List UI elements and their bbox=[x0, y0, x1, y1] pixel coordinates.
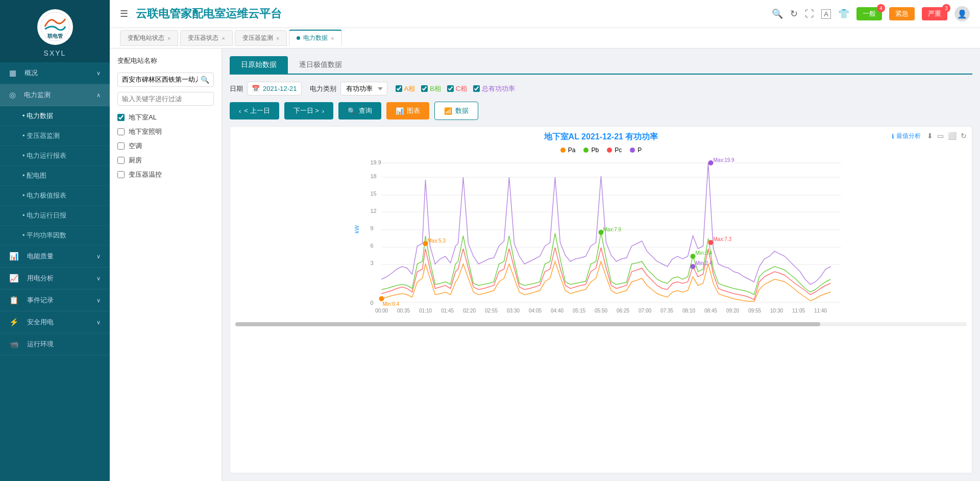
btn-yiban[interactable]: 一般 4 bbox=[856, 7, 882, 20]
btn-severe[interactable]: 严重 3 bbox=[922, 7, 947, 20]
svg-text:Max:19.9: Max:19.9 bbox=[714, 157, 735, 163]
sidebar-item-daily-power[interactable]: 电力运行日报 bbox=[0, 206, 110, 226]
font-icon[interactable]: A bbox=[821, 9, 831, 19]
btn-query[interactable]: 🔍 查询 bbox=[338, 102, 381, 119]
tab-daily-extreme[interactable]: 逐日极值数据 bbox=[288, 56, 353, 74]
sidebar-item-label: 用电分析 bbox=[27, 274, 54, 283]
btn-data[interactable]: 📶 数据 bbox=[434, 102, 478, 120]
checkbox-0[interactable] bbox=[117, 114, 125, 121]
checkbox-4[interactable] bbox=[117, 171, 125, 178]
chart-scrollbar[interactable] bbox=[235, 322, 967, 326]
sidebar-item-event-log[interactable]: 📋 事件记录 ∨ bbox=[0, 290, 110, 311]
chart-legend: Pa Pb Pc P bbox=[235, 147, 967, 154]
user-avatar[interactable]: 👤 bbox=[954, 6, 970, 21]
tab-transformer-status[interactable]: 变压器状态 × bbox=[180, 30, 232, 46]
legend-dot-pb bbox=[583, 148, 589, 153]
tab-power-data[interactable]: 电力数据 × bbox=[289, 30, 341, 46]
check-phase-c[interactable]: C相 bbox=[447, 84, 467, 93]
header-icons: 🔍 ↻ ⛶ A 👕 一般 4 紧急 严重 3 👤 bbox=[772, 6, 970, 21]
sidebar-item-environment[interactable]: 📹 运行环境 bbox=[0, 333, 110, 355]
legend-p: P bbox=[630, 147, 642, 154]
type-group: 电力类别 有功功率 无功功率 视在功率 电流 电压 bbox=[310, 82, 387, 95]
sidebar-item-distribution-diagram[interactable]: 配电图 bbox=[0, 166, 110, 186]
data-tabs: 日原始数据 逐日极值数据 bbox=[230, 56, 972, 75]
svg-text:11:40: 11:40 bbox=[814, 308, 827, 314]
sidebar: 联电管 SXYL ▦ 概况 ∨ ◎ 电力监测 ∧ 电力数据 变压器监测 bbox=[0, 0, 110, 481]
list-item-0[interactable]: 地下室AL bbox=[117, 113, 214, 122]
list-item-3[interactable]: 厨房 bbox=[117, 156, 214, 165]
sidebar-item-power-monitor[interactable]: ◎ 电力监测 ∧ bbox=[0, 84, 110, 106]
tab-close-0[interactable]: × bbox=[167, 35, 170, 41]
sidebar-item-power-quality[interactable]: 📊 电能质量 ∨ bbox=[0, 246, 110, 268]
tab-active-dot bbox=[297, 36, 300, 40]
scrollbar-thumb[interactable] bbox=[235, 322, 820, 326]
checkbox-group: A相 B相 C相 总有功功率 bbox=[396, 84, 516, 93]
tab-close-1[interactable]: × bbox=[222, 35, 225, 41]
search-icon[interactable]: 🔍 bbox=[772, 8, 783, 19]
max-analysis-btn[interactable]: ℹ 最值分析 bbox=[892, 132, 921, 140]
window-icon[interactable]: ▭ bbox=[937, 132, 944, 140]
content-area: 变配电站名称 🔍 地下室AL 地下室照明 空调 bbox=[110, 49, 980, 481]
prev-icon: ‹ bbox=[239, 107, 241, 115]
controls-row: 日期 📅 2021-12-21 电力类别 有功功率 无功功率 视在功率 电流 电… bbox=[230, 82, 972, 95]
sidebar-item-power-report[interactable]: 电力运行报表 bbox=[0, 146, 110, 166]
svg-text:kW: kW bbox=[354, 225, 360, 234]
chart-container: ℹ 最值分析 ⬇ ▭ ⬜ ↻ 地下室AL 2021-12-21 有功功率 Pa bbox=[230, 126, 972, 473]
tab-substation-status[interactable]: 变配电站状态 × bbox=[120, 30, 178, 46]
list-item-2[interactable]: 空调 bbox=[117, 141, 214, 151]
station-search-input[interactable] bbox=[122, 76, 198, 84]
refresh-icon[interactable]: ↻ bbox=[790, 8, 798, 19]
svg-text:18: 18 bbox=[371, 173, 377, 179]
station-item-list: 地下室AL 地下室照明 空调 厨房 变压器温控 bbox=[117, 113, 214, 179]
main-area: ☰ 云联电管家配电室运维云平台 🔍 ↻ ⛶ A 👕 一般 4 紧急 严重 3 👤… bbox=[110, 0, 980, 481]
line-total-power bbox=[382, 163, 831, 284]
btn-next-day[interactable]: 下一日 > › bbox=[284, 102, 334, 119]
calendar-icon: 📅 bbox=[252, 85, 260, 92]
svg-text:3: 3 bbox=[371, 260, 374, 266]
menu-toggle[interactable]: ☰ bbox=[120, 8, 128, 19]
sidebar-item-power-data[interactable]: 电力数据 bbox=[0, 106, 110, 126]
sidebar-item-avg-power-factor[interactable]: 平均功率因数 bbox=[0, 226, 110, 246]
refresh-chart-icon[interactable]: ↻ bbox=[961, 132, 967, 140]
search-icon[interactable]: 🔍 bbox=[201, 76, 209, 84]
date-label: 日期 bbox=[230, 84, 243, 93]
chart-icon: 📊 bbox=[396, 107, 404, 115]
check-phase-b[interactable]: B相 bbox=[421, 84, 441, 93]
check-total-power[interactable]: 总有功功率 bbox=[473, 84, 515, 93]
tab-transformer-monitor[interactable]: 变压器监测 × bbox=[235, 30, 287, 46]
station-label: 变配电站名称 bbox=[117, 56, 214, 65]
download-icon[interactable]: ⬇ bbox=[927, 132, 933, 140]
chevron-icon: ∨ bbox=[96, 275, 101, 282]
sidebar-item-safety[interactable]: ⚡ 安全用电 ∨ bbox=[0, 311, 110, 333]
checkbox-3[interactable] bbox=[117, 157, 125, 164]
resize-icon[interactable]: ⬜ bbox=[948, 132, 957, 140]
sidebar-item-overview[interactable]: ▦ 概况 ∨ bbox=[0, 62, 110, 84]
skin-icon[interactable]: 👕 bbox=[838, 8, 849, 19]
tab-close-3[interactable]: × bbox=[331, 35, 334, 41]
power-analysis-icon: 📈 bbox=[9, 274, 19, 283]
sidebar-item-power-extreme[interactable]: 电力极值报表 bbox=[0, 186, 110, 206]
fullscreen-icon[interactable]: ⛶ bbox=[805, 9, 814, 19]
svg-text:01:45: 01:45 bbox=[441, 308, 454, 314]
badge-yiban: 4 bbox=[877, 4, 885, 12]
query-icon: 🔍 bbox=[348, 107, 356, 115]
checkbox-2[interactable] bbox=[117, 142, 125, 150]
sidebar-item-power-analysis[interactable]: 📈 用电分析 ∨ bbox=[0, 268, 110, 290]
btn-chart[interactable]: 📊 图表 bbox=[386, 102, 429, 119]
type-select[interactable]: 有功功率 无功功率 视在功率 电流 电压 bbox=[340, 82, 387, 95]
date-input[interactable]: 📅 2021-12-21 bbox=[247, 82, 302, 95]
filter-input[interactable] bbox=[117, 92, 214, 106]
legend-pc: Pc bbox=[607, 147, 622, 154]
sidebar-item-label: 电能质量 bbox=[27, 252, 54, 261]
btn-prev-day[interactable]: ‹ < 上一日 bbox=[230, 102, 279, 119]
list-item-4[interactable]: 变压器温控 bbox=[117, 170, 214, 179]
tab-daily-raw[interactable]: 日原始数据 bbox=[230, 56, 288, 74]
check-phase-a[interactable]: A相 bbox=[396, 84, 415, 93]
checkbox-1[interactable] bbox=[117, 128, 125, 135]
tab-close-2[interactable]: × bbox=[276, 35, 279, 41]
svg-text:11:05: 11:05 bbox=[792, 308, 805, 314]
list-item-1[interactable]: 地下室照明 bbox=[117, 127, 214, 136]
sidebar-item-transformer-monitor[interactable]: 变压器监测 bbox=[0, 126, 110, 146]
btn-urgent[interactable]: 紧急 bbox=[889, 7, 915, 20]
sidebar-logo: 联电管 SXYL bbox=[0, 0, 110, 62]
